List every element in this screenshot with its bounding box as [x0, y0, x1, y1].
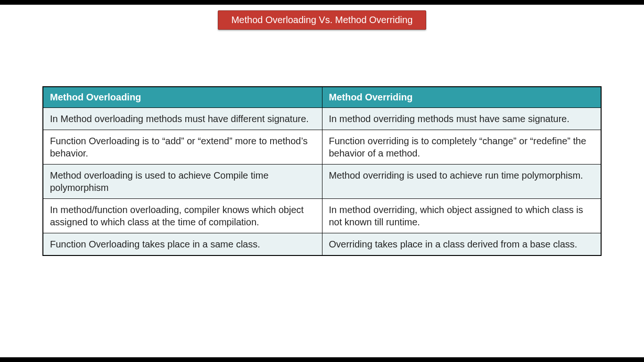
table-header-row: Method Overloading Method Overriding [43, 87, 601, 108]
cell-overriding: In method overriding, which object assig… [322, 199, 601, 233]
cell-overloading: In Method overloading methods must have … [43, 108, 322, 130]
table-row: Function Overloading takes place in a sa… [43, 233, 601, 256]
cell-overriding: Overriding takes place in a class derive… [322, 233, 601, 256]
top-letterbox-bar [0, 0, 644, 5]
comparison-table-container: Method Overloading Method Overriding In … [42, 86, 602, 256]
table-row: In method/function overloading, compiler… [43, 199, 601, 233]
cell-overriding: In method overriding methods must have s… [322, 108, 601, 130]
table-row: Method overloading is used to achieve Co… [43, 165, 601, 199]
table-row: In Method overloading methods must have … [43, 108, 601, 130]
cell-overloading: Function Overloading is to “add” or “ext… [43, 130, 322, 165]
page-title: Method Overloading Vs. Method Overriding [218, 10, 427, 30]
comparison-table: Method Overloading Method Overriding In … [42, 86, 602, 256]
title-container: Method Overloading Vs. Method Overriding [0, 5, 644, 30]
cell-overloading: In method/function overloading, compiler… [43, 199, 322, 233]
bottom-letterbox-bar [0, 357, 644, 362]
cell-overloading: Function Overloading takes place in a sa… [43, 233, 322, 256]
table-row: Function Overloading is to “add” or “ext… [43, 130, 601, 165]
cell-overriding: Method overriding is used to achieve run… [322, 165, 601, 199]
header-overriding: Method Overriding [322, 87, 601, 108]
header-overloading: Method Overloading [43, 87, 322, 108]
cell-overriding: Function overriding is to completely “ch… [322, 130, 601, 165]
cell-overloading: Method overloading is used to achieve Co… [43, 165, 322, 199]
